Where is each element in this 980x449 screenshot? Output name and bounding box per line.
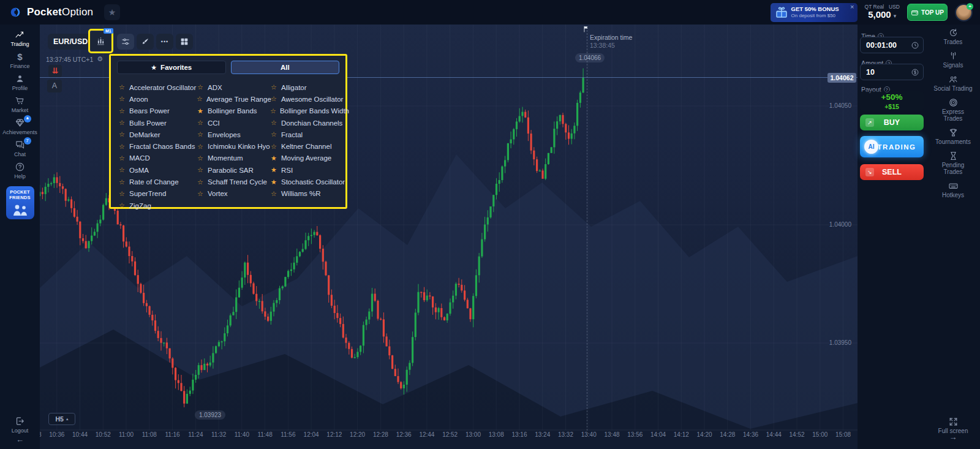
dollar-circle-icon[interactable]	[911, 68, 919, 77]
indicator-item[interactable]: ☆Parabolic SAR	[197, 164, 270, 176]
rail-item-tournaments[interactable]: Tournaments	[933, 127, 973, 145]
rail-item-hotkeys[interactable]: Hotkeys	[933, 181, 973, 198]
sidebar-item-market[interactable]: Market	[2, 94, 39, 113]
indicator-item[interactable]: ☆Vortex	[197, 188, 270, 200]
indicator-item[interactable]: ☆OsMA	[118, 164, 197, 176]
star-filled-icon[interactable]: ★	[270, 166, 277, 174]
pause-autoscroll-button[interactable]: ⇊	[48, 65, 62, 77]
sidebar-item-logout[interactable]: Logout	[2, 415, 39, 434]
star-outline-icon[interactable]: ☆	[118, 178, 126, 186]
balance-selector[interactable]: QT Real USD 5,000 ▾	[865, 4, 900, 20]
star-outline-icon[interactable]: ☆	[118, 107, 126, 115]
indicator-item[interactable]: ☆Donchian Channels	[270, 117, 349, 129]
full-screen-button[interactable]: Full screen	[933, 417, 973, 434]
star-outline-icon[interactable]: ☆	[270, 107, 276, 115]
star-outline-icon[interactable]: ☆	[118, 154, 126, 162]
indicator-item[interactable]: ☆Aroon	[118, 93, 197, 105]
star-outline-icon[interactable]: ☆	[197, 143, 204, 151]
indicator-item[interactable]: ☆DeMarker	[118, 129, 197, 140]
star-outline-icon[interactable]: ☆	[270, 95, 277, 103]
chart-type-button[interactable]	[91, 32, 111, 50]
indicator-item[interactable]: ★Bollinger Bands	[197, 105, 270, 117]
indicator-item[interactable]: ☆ZigZag	[118, 200, 197, 211]
star-outline-icon[interactable]: ☆	[118, 202, 126, 209]
star-filled-icon[interactable]: ★	[197, 107, 204, 115]
star-outline-icon[interactable]: ☆	[118, 166, 126, 174]
indicator-item[interactable]: ☆Fractal Chaos Bands	[118, 140, 197, 152]
rail-item-signals[interactable]: Signals	[933, 51, 973, 69]
star-outline-icon[interactable]: ☆	[118, 83, 126, 91]
more-tools-button[interactable]: •••	[156, 34, 173, 50]
clock-icon[interactable]	[911, 41, 919, 50]
star-outline-icon[interactable]: ☆	[118, 119, 126, 127]
rail-item-trades[interactable]: Trades	[933, 28, 973, 45]
indicator-item[interactable]: ☆Alligator	[270, 81, 349, 93]
star-outline-icon[interactable]: ☆	[270, 130, 277, 138]
sidebar-item-achievements[interactable]: Achievements	[2, 116, 39, 135]
indicator-item[interactable]: ☆Bulls Power	[118, 117, 197, 129]
indicator-item[interactable]: ☆ADX	[197, 81, 270, 93]
amount-input[interactable]: 10	[860, 64, 924, 80]
indicator-item[interactable]: ☆Bollinger Bands Width	[270, 105, 349, 117]
star-outline-icon[interactable]: ☆	[197, 190, 204, 198]
app-logo[interactable]: PocketOption	[9, 6, 93, 19]
star-outline-icon[interactable]: ☆	[118, 190, 126, 198]
avatar[interactable]: +	[955, 4, 973, 21]
indicator-item[interactable]: ☆Rate of Change	[118, 176, 197, 187]
sidebar-item-profile[interactable]: Profile	[2, 72, 39, 91]
indicator-item[interactable]: ☆CCI	[197, 117, 270, 129]
indicator-item[interactable]: ☆SuperTrend	[118, 188, 197, 200]
star-outline-icon[interactable]: ☆	[270, 83, 277, 91]
star-outline-icon[interactable]: ☆	[270, 119, 277, 127]
chart-range-selector[interactable]: H5 ▴	[48, 413, 75, 425]
indicator-item[interactable]: ★Stochastic Oscillator	[270, 176, 349, 187]
bonus-banner[interactable]: GET 50% BONUS On deposit from $50 ×	[771, 3, 858, 22]
indicator-item[interactable]: ★Moving Average	[270, 153, 349, 164]
indicator-item[interactable]: ☆MACD	[118, 153, 197, 164]
star-filled-icon[interactable]: ★	[270, 178, 277, 186]
star-outline-icon[interactable]: ☆	[197, 166, 204, 174]
star-outline-icon[interactable]: ☆	[118, 95, 126, 103]
star-outline-icon[interactable]: ☆	[118, 130, 126, 138]
indicator-item[interactable]: ★RSI	[270, 164, 349, 176]
star-outline-icon[interactable]: ☆	[197, 119, 204, 127]
star-outline-icon[interactable]: ☆	[197, 130, 204, 138]
time-input[interactable]: 00:01:00	[860, 37, 924, 53]
indicators-button[interactable]	[117, 34, 134, 50]
collapse-rail-arrow-icon[interactable]: →	[949, 432, 957, 442]
indicator-item[interactable]: ☆Williams %R	[270, 188, 349, 200]
ai-trading-button[interactable]: AI TRADING	[860, 136, 924, 157]
rail-item-pending-trades[interactable]: Pending Trades	[933, 151, 973, 175]
tab-all[interactable]: All	[231, 61, 340, 74]
sidebar-item-help[interactable]: Help	[2, 160, 39, 179]
sidebar-item-trading[interactable]: Trading	[2, 28, 39, 47]
close-icon[interactable]: ×	[850, 3, 854, 10]
drawing-tools-button[interactable]	[137, 34, 154, 50]
indicator-item[interactable]: ☆Awesome Oscillator	[270, 93, 349, 105]
sidebar-item-chat[interactable]: Chat7	[2, 138, 39, 157]
star-outline-icon[interactable]: ☆	[197, 83, 204, 91]
star-outline-icon[interactable]: ☆	[197, 154, 204, 162]
sidebar-item-finance[interactable]: $Finance	[2, 50, 39, 69]
indicator-item[interactable]: ☆Accelerator Oscillator	[118, 81, 197, 93]
indicator-item[interactable]: ☆Average True Range	[197, 93, 270, 105]
gear-icon[interactable]: ⚙	[97, 55, 103, 63]
indicator-item[interactable]: ☆Keltner Channel	[270, 140, 349, 152]
indicator-item[interactable]: ☆Schaff Trend Cycle	[197, 176, 270, 187]
indicator-item[interactable]: ☆Bears Power	[118, 105, 197, 117]
indicator-item[interactable]: ☆Momentum	[197, 153, 270, 164]
star-outline-icon[interactable]: ☆	[197, 178, 204, 186]
buy-button[interactable]: ↗ BUY	[860, 115, 924, 130]
top-up-button[interactable]: TOP UP	[907, 4, 948, 21]
layout-grid-button[interactable]	[176, 34, 193, 50]
star-filled-icon[interactable]: ★	[270, 154, 277, 162]
chart-area[interactable]: 1.04062 1.040501.040001.03950 Expiration…	[40, 25, 858, 449]
star-outline-icon[interactable]: ☆	[270, 190, 277, 198]
star-outline-icon[interactable]: ☆	[118, 143, 126, 151]
rail-item-social-trading[interactable]: Social Trading	[933, 74, 973, 92]
annotation-tool-button[interactable]: A	[47, 80, 62, 92]
indicator-item[interactable]: ☆Fractal	[270, 129, 349, 140]
indicator-item[interactable]: ☆Envelopes	[197, 129, 270, 140]
sidebar-item-pocket-friends[interactable]: POCKET FRIENDS	[6, 186, 34, 219]
favorites-star-button[interactable]: ★	[104, 4, 120, 20]
